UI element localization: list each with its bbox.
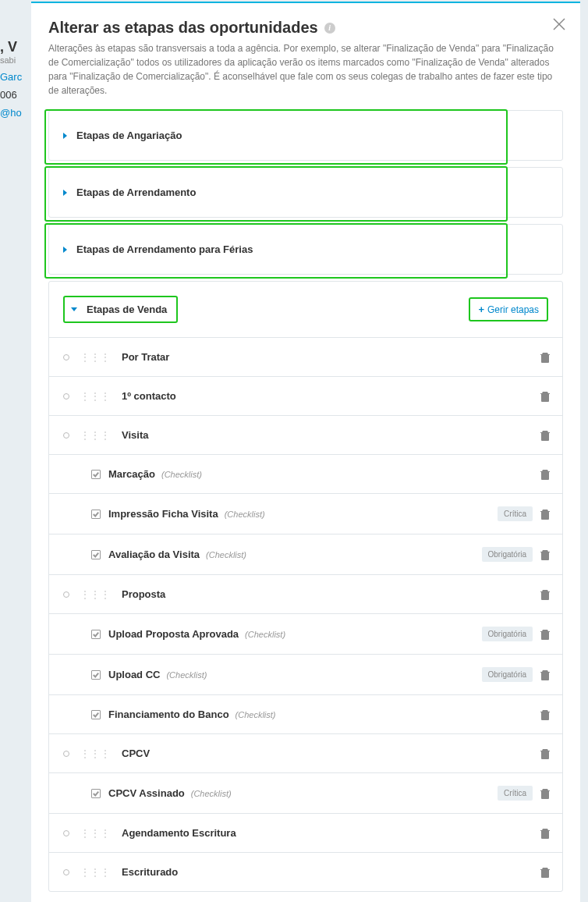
svg-rect-12 xyxy=(544,554,544,559)
stage-label: CPCV Assinado xyxy=(108,787,185,799)
stage-row: Upload Proposta Aprovada(Checklist)Obrig… xyxy=(49,613,562,654)
trash-icon xyxy=(539,748,551,760)
trash-icon xyxy=(539,866,551,879)
timeline-dot-icon xyxy=(63,869,69,875)
drag-handle-icon[interactable]: ⋮⋮⋮ xyxy=(80,352,111,363)
delete-button[interactable] xyxy=(539,827,551,840)
stage-label: Upload Proposta Aprovada xyxy=(108,628,239,640)
stage-row: Upload CC(Checklist)Obrigatória xyxy=(49,654,562,694)
checkbox-icon xyxy=(91,789,101,798)
modal-description: Alterações às etapas são transversais a … xyxy=(48,41,563,98)
delete-button[interactable] xyxy=(539,468,551,481)
checkbox-icon xyxy=(91,630,101,639)
drag-handle-icon[interactable]: ⋮⋮⋮ xyxy=(80,430,111,441)
checkbox-icon xyxy=(91,670,101,680)
svg-rect-21 xyxy=(547,714,547,719)
drag-handle-icon[interactable]: ⋮⋮⋮ xyxy=(80,391,111,402)
drag-handle-icon[interactable]: ⋮⋮⋮ xyxy=(80,828,111,839)
svg-rect-26 xyxy=(544,833,544,837)
drag-handle-icon[interactable]: ⋮⋮⋮ xyxy=(80,589,111,600)
delete-button[interactable] xyxy=(539,669,551,681)
svg-rect-25 xyxy=(547,793,547,797)
section-header-arrendamento-ferias[interactable]: Etapas de Arrendamento para Férias xyxy=(49,225,562,274)
svg-rect-3 xyxy=(547,357,547,361)
svg-rect-4 xyxy=(544,396,544,400)
modal-overlay: Alterar as etapas das oportunidades i Al… xyxy=(0,0,588,902)
delete-button[interactable] xyxy=(539,390,551,403)
section-title-venda: Etapas de Venda xyxy=(87,304,167,315)
delete-button[interactable] xyxy=(539,351,551,364)
checklist-note: (Checklist) xyxy=(206,550,246,559)
modal-title-text: Alterar as etapas das oportunidades xyxy=(48,19,318,37)
checklist-note: (Checklist) xyxy=(166,670,207,680)
svg-rect-24 xyxy=(544,793,544,797)
delete-button[interactable] xyxy=(539,628,551,641)
timeline-dot-icon xyxy=(63,830,69,836)
stage-row: ⋮⋮⋮CPCV xyxy=(49,733,562,772)
trash-icon xyxy=(539,429,551,442)
info-icon[interactable]: i xyxy=(324,23,335,34)
checklist-note: (Checklist) xyxy=(225,510,265,519)
section-header-arrendamento[interactable]: Etapas de Arrendamento xyxy=(49,168,562,217)
close-icon xyxy=(552,17,566,31)
delete-button[interactable] xyxy=(539,549,551,561)
stage-label: Por Tratar xyxy=(122,351,169,363)
timeline-dot-icon xyxy=(63,354,69,360)
drag-handle-icon[interactable]: ⋮⋮⋮ xyxy=(80,748,111,759)
drag-handle-icon[interactable]: ⋮⋮⋮ xyxy=(80,867,111,878)
trash-icon xyxy=(539,669,551,681)
stage-label: CPCV xyxy=(122,748,150,759)
chevron-right-icon xyxy=(63,133,67,139)
stage-row: ⋮⋮⋮Visita xyxy=(49,415,562,454)
section-arrendamento[interactable]: Etapas de Arrendamento xyxy=(48,167,563,218)
checkbox-icon xyxy=(91,550,101,559)
svg-rect-28 xyxy=(544,872,544,876)
stage-row: Avaliação da Visita(Checklist)Obrigatóri… xyxy=(49,534,562,574)
stage-row: Impressão Ficha Visita(Checklist)Crítica xyxy=(49,493,562,534)
section-angariacao[interactable]: Etapas de Angariação xyxy=(48,110,563,161)
plus-icon: + xyxy=(478,304,484,315)
trash-icon xyxy=(539,468,551,481)
svg-rect-8 xyxy=(544,474,544,478)
delete-button[interactable] xyxy=(539,508,551,520)
section-title-arrendamento-ferias: Etapas de Arrendamento para Férias xyxy=(76,243,253,255)
timeline-dot-icon xyxy=(63,393,69,400)
stage-row: Financiamento do Banco(Checklist) xyxy=(49,694,562,733)
trash-icon xyxy=(539,628,551,641)
section-title-angariacao: Etapas de Angariação xyxy=(76,130,182,141)
checkbox-icon xyxy=(91,510,101,519)
svg-rect-15 xyxy=(547,594,547,598)
section-arrendamento-ferias[interactable]: Etapas de Arrendamento para Férias xyxy=(48,224,563,275)
delete-button[interactable] xyxy=(539,787,551,800)
section-header-venda[interactable]: Etapas de Venda + Gerir etapas xyxy=(49,282,562,337)
svg-rect-2 xyxy=(544,357,544,361)
section-header-angariacao[interactable]: Etapas de Angariação xyxy=(49,111,562,160)
delete-button[interactable] xyxy=(539,429,551,442)
tag-critica: Crítica xyxy=(498,506,533,521)
gerir-etapas-button[interactable]: + Gerir etapas xyxy=(469,297,548,321)
trash-icon xyxy=(539,390,551,403)
svg-rect-6 xyxy=(544,435,544,439)
stage-label: Visita xyxy=(122,429,148,441)
svg-rect-9 xyxy=(547,474,547,478)
svg-rect-13 xyxy=(547,554,547,559)
tag-obrigatoria: Obrigatória xyxy=(482,667,533,682)
stage-label: Proposta xyxy=(122,588,165,600)
modal-dialog: Alterar as etapas das oportunidades i Al… xyxy=(31,2,580,902)
modal-title: Alterar as etapas das oportunidades i xyxy=(48,19,563,37)
delete-button[interactable] xyxy=(539,748,551,760)
chevron-right-icon xyxy=(63,190,67,196)
venda-title-highlight: Etapas de Venda xyxy=(63,296,178,323)
svg-rect-19 xyxy=(547,674,547,679)
trash-icon xyxy=(539,827,551,840)
delete-button[interactable] xyxy=(539,588,551,601)
close-button[interactable] xyxy=(552,17,566,31)
stage-row: ⋮⋮⋮1º contacto xyxy=(49,376,562,415)
delete-button[interactable] xyxy=(539,866,551,879)
timeline-dot-icon xyxy=(63,432,69,439)
delete-button[interactable] xyxy=(539,708,551,721)
chevron-down-icon xyxy=(71,307,77,311)
checklist-note: (Checklist) xyxy=(191,789,232,798)
stage-label: Agendamento Escritura xyxy=(122,827,236,839)
timeline-dot-icon xyxy=(63,591,69,598)
